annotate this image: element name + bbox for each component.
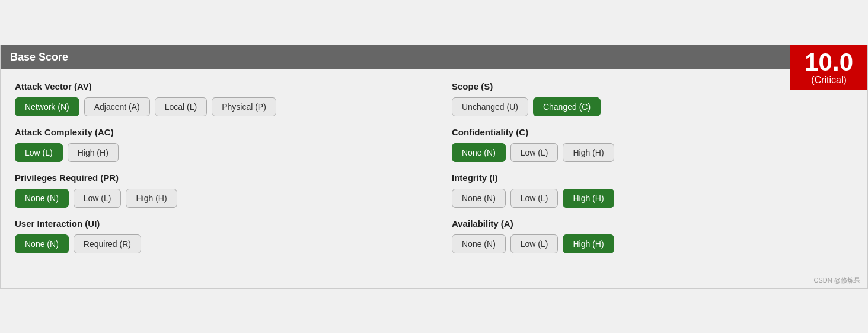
section-availability: Availability (A)None (N)Low (L)High (H) [452,218,853,253]
btn-availability-low--l-[interactable]: Low (L) [510,234,559,253]
btn-group-availability: None (N)Low (L)High (H) [452,234,853,253]
section-title-privileges-required: Privileges Required (PR) [15,173,416,183]
btn-integrity-high--h-[interactable]: High (H) [563,189,614,208]
btn-attack-vector-local--l-[interactable]: Local (L) [155,97,207,116]
section-integrity: Integrity (I)None (N)Low (L)High (H) [452,173,853,208]
score-value: 10.0 [805,50,853,75]
footer-note: CSDN @修炼果 [1,274,867,288]
btn-attack-vector-adjacent--a-[interactable]: Adjacent (A) [84,97,150,116]
section-user-interaction: User Interaction (UI)None (N)Required (R… [15,218,416,253]
section-title-user-interaction: User Interaction (UI) [15,218,416,229]
btn-attack-vector-physical--p-[interactable]: Physical (P) [212,97,276,116]
header: Base Score 10.0 (Critical) [1,45,867,69]
btn-user-interaction-none--n-[interactable]: None (N) [15,234,69,253]
section-confidentiality: Confidentiality (C)None (N)Low (L)High (… [452,127,853,162]
section-title-attack-vector: Attack Vector (AV) [15,81,416,91]
btn-confidentiality-low--l-[interactable]: Low (L) [510,143,559,162]
btn-attack-vector-network--n-[interactable]: Network (N) [15,97,79,116]
btn-attack-complexity-low--l-[interactable]: Low (L) [15,143,63,162]
btn-confidentiality-high--h-[interactable]: High (H) [563,143,614,162]
btn-group-attack-vector: Network (N)Adjacent (A)Local (L)Physical… [15,97,416,116]
btn-group-integrity: None (N)Low (L)High (H) [452,189,853,208]
header-title: Base Score [10,51,68,63]
column: Attack Vector (AV)Network (N)Adjacent (A… [15,81,416,264]
btn-privileges-required-low--l-[interactable]: Low (L) [74,189,122,208]
cvss-widget: Base Score 10.0 (Critical) Attack Vector… [0,45,868,289]
score-badge: 10.0 (Critical) [790,45,867,90]
btn-scope-unchanged--u-[interactable]: Unchanged (U) [452,97,528,116]
column: Scope (S)Unchanged (U)Changed (C)Confide… [452,81,853,264]
btn-group-user-interaction: None (N)Required (R) [15,234,416,253]
btn-confidentiality-none--n-[interactable]: None (N) [452,143,506,162]
btn-group-scope: Unchanged (U)Changed (C) [452,97,853,116]
section-privileges-required: Privileges Required (PR)None (N)Low (L)H… [15,173,416,208]
btn-availability-none--n-[interactable]: None (N) [452,234,506,253]
section-attack-vector: Attack Vector (AV)Network (N)Adjacent (A… [15,81,416,116]
btn-group-privileges-required: None (N)Low (L)High (H) [15,189,416,208]
btn-group-confidentiality: None (N)Low (L)High (H) [452,143,853,162]
score-label: (Critical) [805,75,853,85]
btn-integrity-none--n-[interactable]: None (N) [452,189,506,208]
btn-integrity-low--l-[interactable]: Low (L) [510,189,559,208]
btn-user-interaction-required--r-[interactable]: Required (R) [74,234,141,253]
btn-privileges-required-high--h-[interactable]: High (H) [126,189,177,208]
btn-availability-high--h-[interactable]: High (H) [563,234,614,253]
content: Attack Vector (AV)Network (N)Adjacent (A… [1,69,867,274]
section-title-confidentiality: Confidentiality (C) [452,127,853,137]
btn-attack-complexity-high--h-[interactable]: High (H) [68,143,119,162]
section-title-availability: Availability (A) [452,218,853,229]
btn-scope-changed--c-[interactable]: Changed (C) [533,97,601,116]
btn-group-attack-complexity: Low (L)High (H) [15,143,416,162]
section-title-attack-complexity: Attack Complexity (AC) [15,127,416,137]
section-title-integrity: Integrity (I) [452,173,853,183]
section-attack-complexity: Attack Complexity (AC)Low (L)High (H) [15,127,416,162]
btn-privileges-required-none--n-[interactable]: None (N) [15,189,69,208]
